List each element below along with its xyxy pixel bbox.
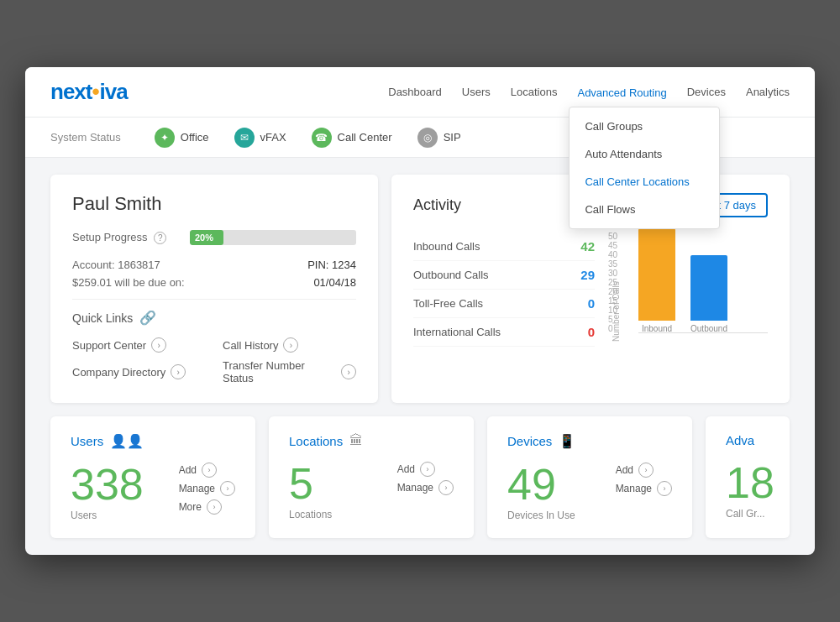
sip-icon: ◎ — [417, 128, 438, 148]
advanced-body: 18 Call Gr... — [726, 461, 769, 520]
devices-add-icon: › — [638, 463, 654, 478]
header: next•iva Dashboard Users Locations Advan… — [25, 67, 815, 118]
users-more-icon: › — [207, 499, 222, 515]
activity-title: Activity — [413, 196, 461, 214]
devices-body: 49 Devices In Use Add › Manage › — [507, 463, 672, 521]
devices-actions: Add › Manage › — [616, 463, 672, 496]
activity-content: Inbound Calls 42 Outbound Calls 29 Toll-… — [413, 233, 768, 350]
nav-advanced-routing-wrapper: Advanced Routing Call Groups Auto Attend… — [577, 85, 666, 100]
status-vfax[interactable]: ✉ vFAX — [234, 128, 286, 148]
logo-text2: iva — [100, 79, 128, 105]
nav-dashboard[interactable]: Dashboard — [388, 82, 442, 102]
metric-tollfree: Toll-Free Calls 0 — [413, 290, 595, 318]
dropdown-auto-attendants[interactable]: Auto Attendants — [570, 140, 719, 168]
support-center-label: Support Center — [72, 339, 146, 352]
dropdown-call-center-locations[interactable]: Call Center Locations — [570, 168, 719, 196]
locations-add[interactable]: Add › — [397, 462, 454, 477]
international-label: International Calls — [413, 326, 501, 338]
devices-add[interactable]: Add › — [616, 463, 672, 478]
locations-actions: Add › Manage › — [397, 462, 454, 495]
locations-icon: 🏛 — [349, 433, 363, 448]
dropdown-call-groups[interactable]: Call Groups — [570, 112, 719, 140]
tollfree-label: Toll-Free Calls — [413, 297, 483, 310]
call-history-label: Call History — [223, 339, 278, 352]
divider — [72, 299, 356, 300]
devices-sublabel: Devices In Use — [507, 510, 575, 521]
status-call-center[interactable]: ☎ Call Center — [312, 128, 392, 148]
vfax-label: vFAX — [260, 131, 286, 144]
outbound-bar-group: Outbound — [690, 255, 727, 333]
office-icon: ✦ — [155, 128, 175, 148]
vfax-icon: ✉ — [234, 128, 255, 148]
users-more[interactable]: More › — [179, 499, 235, 515]
advanced-sublabel: Call Gr... — [726, 508, 774, 520]
users-icon: 👤👤 — [110, 433, 144, 449]
system-status-label: System Status — [50, 131, 121, 144]
users-manage[interactable]: Manage › — [179, 481, 235, 496]
advanced-routing-dropdown: Call Groups Auto Attendants Call Center … — [569, 107, 720, 229]
y-axis-label: Number of Calls — [612, 241, 621, 342]
profile-card: Paul Smith Setup Progress ? 20% Account:… — [50, 175, 378, 403]
link-call-history[interactable]: Call History › — [223, 337, 356, 353]
progress-pct: 20% — [195, 233, 213, 243]
nav-devices[interactable]: Devices — [687, 82, 726, 102]
browser-window: next•iva Dashboard Users Locations Advan… — [25, 67, 815, 555]
stat-devices: Devices 📱 49 Devices In Use Add › — [487, 416, 692, 538]
users-add-icon: › — [202, 463, 217, 478]
inbound-value: 42 — [580, 239, 595, 254]
quick-links-row: Quick Links 🔗 — [72, 310, 356, 326]
users-manage-icon: › — [220, 481, 235, 496]
company-directory-circle-icon: › — [171, 364, 186, 379]
chart-inner: 0 5 10 15 20 25 30 35 40 45 50 — [608, 233, 768, 350]
links-grid: Support Center › Call History › Company … — [72, 337, 356, 384]
transfer-number-circle-icon: › — [341, 364, 356, 379]
due-row: $259.01 will be due on: 01/04/18 — [72, 276, 356, 289]
due-date: 01/04/18 — [313, 276, 356, 289]
locations-add-icon: › — [420, 462, 435, 477]
inbound-label: Inbound Calls — [413, 240, 480, 253]
nav-advanced-routing[interactable]: Advanced Routing — [577, 83, 666, 102]
locations-manage[interactable]: Manage › — [397, 480, 454, 495]
support-circle-icon: › — [151, 337, 166, 353]
nav-users[interactable]: Users — [462, 82, 491, 102]
link-support-center[interactable]: Support Center › — [72, 337, 206, 353]
users-sublabel: Users — [71, 510, 144, 521]
x-axis-line — [638, 332, 768, 333]
locations-number: 5 — [289, 462, 332, 505]
bar-chart: 0 5 10 15 20 25 30 35 40 45 50 — [608, 233, 768, 350]
nav-locations[interactable]: Locations — [511, 82, 558, 102]
status-sip[interactable]: ◎ SIP — [417, 128, 461, 148]
locations-sublabel: Locations — [289, 509, 332, 520]
users-header: Users 👤👤 — [71, 433, 235, 449]
status-office[interactable]: ✦ Office — [155, 128, 209, 148]
metric-inbound: Inbound Calls 42 — [413, 233, 595, 261]
progress-help-icon[interactable]: ? — [154, 232, 166, 244]
dropdown-call-flows[interactable]: Call Flows — [570, 196, 719, 223]
locations-manage-icon: › — [438, 480, 454, 495]
advanced-title: Adva — [726, 433, 754, 447]
devices-number: 49 — [507, 463, 575, 506]
devices-header: Devices 📱 — [507, 433, 672, 449]
locations-header: Locations 🏛 — [289, 433, 454, 448]
advanced-header: Adva — [726, 433, 769, 447]
progress-row: Setup Progress ? 20% — [72, 230, 356, 245]
call-center-label: Call Center — [338, 131, 392, 144]
users-title: Users — [71, 434, 103, 448]
metrics-table: Inbound Calls 42 Outbound Calls 29 Toll-… — [413, 233, 595, 350]
locations-title: Locations — [289, 434, 343, 448]
devices-title: Devices — [507, 434, 552, 448]
devices-manage[interactable]: Manage › — [616, 481, 672, 496]
international-value: 0 — [588, 325, 595, 339]
nav-analytics[interactable]: Analytics — [746, 82, 790, 102]
stat-locations: Locations 🏛 5 Locations Add › Man — [269, 416, 474, 538]
users-add[interactable]: Add › — [179, 463, 235, 478]
outbound-bar — [690, 255, 727, 321]
profile-name: Paul Smith — [72, 193, 356, 215]
link-transfer-number[interactable]: Transfer Number Status › — [223, 359, 356, 384]
metric-international: International Calls 0 — [413, 318, 595, 347]
link-company-directory[interactable]: Company Directory › — [72, 359, 206, 384]
devices-manage-icon: › — [657, 481, 672, 496]
logo[interactable]: next•iva — [50, 79, 128, 105]
locations-body: 5 Locations Add › Manage › — [289, 462, 454, 520]
stats-row: Users 👤👤 338 Users Add › Manage — [50, 416, 790, 538]
